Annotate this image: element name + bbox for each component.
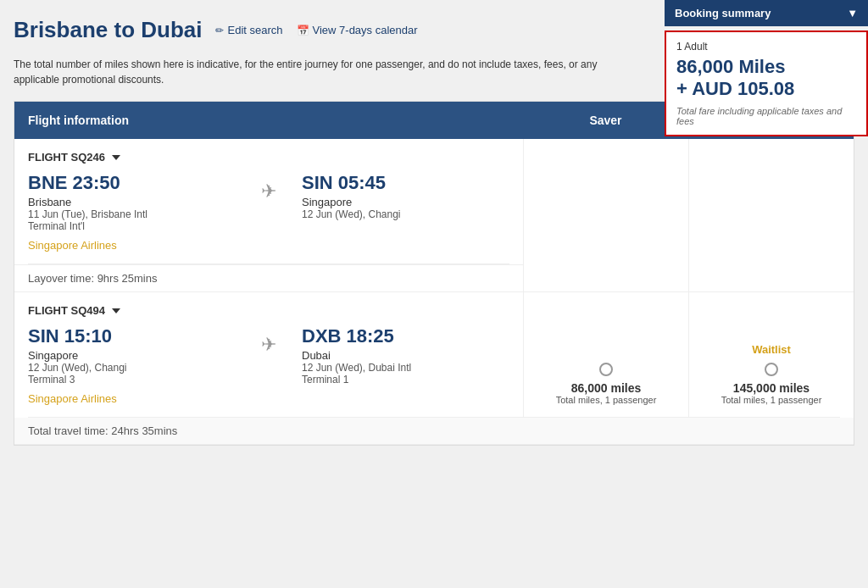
- edit-search-label: Edit search: [227, 24, 282, 36]
- flight2-arr-date: 12 Jun (Wed), Dubai Intl: [302, 362, 509, 374]
- booking-summary-panel: 1 Adult 86,000 Miles + AUD 105.08 Total …: [665, 31, 868, 136]
- flight1-dep-date: 11 Jun (Tue), Brisbane Intl: [28, 208, 236, 220]
- calendar-icon: 📅: [297, 25, 309, 36]
- col-flight-info: Flight information: [14, 102, 523, 139]
- miles-line2: + AUD 105.08: [676, 78, 794, 99]
- flight2-arr-terminal: Terminal 1: [302, 374, 509, 386]
- total-time-text: Total travel time: 24hrs 35mins: [14, 418, 854, 444]
- flight2-info: FLIGHT SQ494 SIN 15:10 Singapore 12 Jun …: [14, 292, 523, 417]
- flight1-section: FLIGHT SQ246 BNE 23:50 Brisbane 11 Jun (…: [14, 139, 854, 292]
- flight2-label: FLIGHT SQ494: [28, 304, 105, 317]
- advantage-note: Total miles, 1 passenger: [721, 395, 822, 405]
- flight1-dep-arr: BNE 23:50 Brisbane 11 Jun (Tue), Brisban…: [28, 172, 509, 252]
- flight2-dep-arr: SIN 15:10 Singapore 12 Jun (Wed), Changi…: [28, 325, 509, 405]
- flight2-dep-city: Singapore: [28, 349, 236, 362]
- flight2-airline[interactable]: Singapore Airlines: [28, 392, 236, 405]
- header-links: ✏ Edit search 📅 View 7-days calendar: [215, 24, 417, 36]
- flight1-label: FLIGHT SQ246: [28, 151, 105, 164]
- plane2-icon: ✈: [261, 334, 276, 356]
- calendar-label: View 7-days calendar: [313, 24, 418, 36]
- flight1-arr-time: SIN 05:45: [302, 172, 509, 194]
- advantage-miles: 145,000 miles: [733, 381, 810, 395]
- advantage-col-flight2: Waitlist 145,000 miles Total miles, 1 pa…: [688, 292, 854, 417]
- flight1-dep-time: BNE 23:50: [28, 172, 236, 194]
- edit-search-link[interactable]: ✏ Edit search: [215, 24, 282, 36]
- flight2-section: FLIGHT SQ494 SIN 15:10 Singapore 12 Jun …: [14, 292, 854, 445]
- booking-summary-label: Booking summary: [675, 7, 771, 19]
- flight2-dep-terminal: Terminal 3: [28, 374, 236, 386]
- flight2-chevron-icon[interactable]: [112, 308, 120, 313]
- flight2-arr-city: Dubai: [302, 349, 509, 362]
- booking-summary-bar[interactable]: Booking summary ▼: [665, 0, 868, 26]
- saver-miles: 86,000 miles: [571, 381, 642, 395]
- flight2-arr-time: DXB 18:25: [302, 325, 509, 347]
- col-saver: Saver: [523, 102, 688, 139]
- flight1-info: FLIGHT SQ246 BNE 23:50 Brisbane 11 Jun (…: [14, 139, 523, 291]
- flight2-departure: SIN 15:10 Singapore 12 Jun (Wed), Changi…: [28, 325, 236, 405]
- flight2-dep-time: SIN 15:10: [28, 325, 236, 347]
- flight1-label-row: FLIGHT SQ246: [14, 139, 523, 172]
- miles-display: 86,000 Miles + AUD 105.08: [676, 56, 856, 101]
- flight-table: Flight information Saver Advantage FLIGH…: [14, 101, 854, 446]
- calendar-link[interactable]: 📅 View 7-days calendar: [297, 24, 418, 36]
- flight1-airline[interactable]: Singapore Airlines: [28, 239, 236, 252]
- miles-line1: 86,000 Miles: [676, 56, 785, 77]
- flight1-arr-date: 12 Jun (Wed), Changi: [302, 208, 509, 220]
- flight1-dep-city: Brisbane: [28, 196, 236, 208]
- saver-radio[interactable]: [599, 363, 613, 376]
- saver-col-flight2: 86,000 miles Total miles, 1 passenger: [523, 292, 688, 417]
- chevron-down-icon: ▼: [847, 7, 858, 19]
- adult-label: 1 Adult: [676, 41, 856, 53]
- flight2-dep-date: 12 Jun (Wed), Changi: [28, 362, 236, 374]
- advantage-radio[interactable]: [765, 363, 778, 376]
- flight1-row: FLIGHT SQ246 BNE 23:50 Brisbane 11 Jun (…: [14, 139, 854, 291]
- flight1-departure: BNE 23:50 Brisbane 11 Jun (Tue), Brisban…: [28, 172, 236, 252]
- flight1-chevron-icon[interactable]: [112, 155, 120, 160]
- flight2-arrival: DXB 18:25 Dubai 12 Jun (Wed), Dubai Intl…: [302, 325, 509, 386]
- flight2-details: SIN 15:10 Singapore 12 Jun (Wed), Changi…: [14, 325, 523, 417]
- flight1-arrival: SIN 05:45 Singapore 12 Jun (Wed), Changi: [302, 172, 509, 220]
- waitlist-label: Waitlist: [752, 343, 791, 356]
- page-title: Brisbane to Dubai: [14, 17, 202, 43]
- flight2-label-row: FLIGHT SQ494: [14, 292, 523, 325]
- saver-note: Total miles, 1 passenger: [556, 395, 657, 405]
- plane1-icon: ✈: [261, 180, 276, 202]
- edit-icon: ✏: [215, 25, 224, 36]
- flight1-details: BNE 23:50 Brisbane 11 Jun (Tue), Brisban…: [14, 172, 523, 263]
- layover-text: Layover time: 9hrs 25mins: [14, 264, 523, 291]
- advantage-col-flight1: [688, 139, 854, 291]
- flight1-dep-terminal: Terminal Int'l: [28, 220, 236, 232]
- flight1-arr-city: Singapore: [302, 196, 509, 208]
- fare-note: Total fare including applicable taxes an…: [676, 106, 856, 126]
- flight2-row: FLIGHT SQ494 SIN 15:10 Singapore 12 Jun …: [14, 292, 854, 417]
- saver-col-flight1: [523, 139, 688, 291]
